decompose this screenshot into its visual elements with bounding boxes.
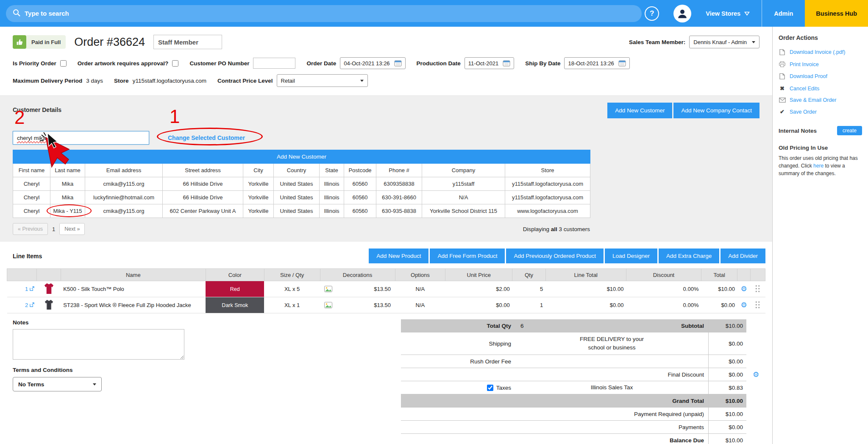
print-invoice-link[interactable]: Print Invoice [779,61,862,67]
add-new-company-contact-button[interactable]: Add New Company Contact [673,103,760,118]
discount-settings-gear-icon[interactable]: ⚙ [753,370,759,379]
staff-member-input[interactable] [153,35,222,49]
load-designer-button[interactable]: Load Designer [605,249,657,263]
production-date-input[interactable]: 11-Oct-2021 [465,57,514,69]
customer-details-section: Customer Details Add New Customer Add Ne… [0,95,772,242]
decorations-cell[interactable]: $13.50 [320,297,395,313]
admin-button[interactable]: Admin [762,0,805,27]
unit-price-cell[interactable]: $2.00 [445,281,512,297]
discount-cell[interactable]: 0.00% [626,297,701,313]
max-delivery-value: 3 days [86,78,103,84]
product-name[interactable]: K500 - Silk Touch™ Polo [61,281,206,297]
col-size-qty: Size / Qty [264,269,320,281]
col-last-name: Last name [50,164,85,177]
line-total-cell: $10.00 [545,281,626,297]
decorations-cell[interactable]: $13.50 [320,281,395,297]
next-page-button[interactable]: Next » [59,223,85,235]
order-actions-sidebar: Order Actions Download Invoice (.pdf) Pr… [772,27,868,444]
payments-label: Payments [679,424,708,430]
row-settings-gear-icon[interactable]: ⚙ [737,281,750,297]
col-state: State [320,164,344,177]
document-icon [779,73,786,80]
search-input[interactable] [25,10,635,17]
customer-po-input[interactable] [253,58,295,69]
line-item-link[interactable]: 1 [7,281,37,297]
contract-price-level-select[interactable]: Retail [277,74,368,87]
line-total-cell: $0.00 [545,297,626,313]
download-invoice-link[interactable]: Download Invoice (.pdf) [779,49,862,56]
previous-page-button[interactable]: « Previous [13,223,48,235]
notes-textarea[interactable] [13,329,184,360]
color-cell[interactable]: Red [206,281,264,297]
thumbs-up-icon [13,35,26,49]
notes-block: Notes Terms and Conditions No Terms [13,319,199,444]
taxes-checkbox[interactable] [487,385,493,391]
search-icon [13,9,20,18]
table-row[interactable]: CherylMika - Y115cmika@y115.org602 Cente… [13,204,590,218]
terms-select[interactable]: No Terms [13,377,102,391]
order-header: Paid in Full Order #36624 Sales Team Mem… [0,27,772,54]
chevron-down-icon [744,11,750,16]
order-date-input[interactable]: 04-Oct-2021 13:26 [340,57,405,69]
product-thumbnail[interactable] [37,297,61,313]
color-cell[interactable]: Dark Smok [206,297,264,313]
sales-team-member-select[interactable]: Dennis Knauf - Admin [689,36,760,48]
artwork-approval-checkbox[interactable] [172,60,178,67]
add-new-product-button[interactable]: Add New Product [369,249,428,263]
save-email-order-link[interactable]: Save & Email Order [779,97,862,103]
final-discount-label: Final Discount [668,371,708,378]
person-icon [677,8,688,19]
order-meta-row: Maximum Delivery Period 3 days Store y11… [0,71,772,95]
row-settings-gear-icon[interactable]: ⚙ [737,297,750,313]
options-cell[interactable]: N/A [395,281,445,297]
unit-price-cell[interactable]: $0.00 [445,297,512,313]
business-hub-button[interactable]: Business Hub [805,0,868,27]
balance-due-value: $10.00 [708,434,746,444]
col-phone: Phone # [376,164,422,177]
size-qty-cell[interactable]: XL x 1 [264,297,320,313]
cancel-edits-link[interactable]: ✖ Cancel Edits [779,85,862,92]
create-internal-note-button[interactable]: create [837,126,862,135]
options-cell[interactable]: N/A [395,297,445,313]
calendar-icon [394,60,402,67]
line-item-row: 2 ST238 - Sport Wick ® Fleece Full Zip H… [7,297,765,313]
notes-label: Notes [13,319,199,326]
calendar-icon [503,60,510,67]
total-cell: $10.00 [701,281,737,297]
col-first-name: First name [13,164,50,177]
payment-required-value: $10.00 [708,408,746,420]
add-extra-charge-button[interactable]: Add Extra Charge [659,249,719,263]
drag-handle[interactable] [750,297,765,313]
global-search[interactable] [6,5,642,22]
ship-by-date-input[interactable]: 18-Oct-2021 13:26 [564,57,629,69]
discount-cell[interactable]: 0.00% [626,281,701,297]
table-row[interactable]: CherylMikaluckyfinnie@hotmail.com66 Hill… [13,191,590,204]
save-order-link[interactable]: ✔ Save Order [779,109,862,115]
subtotal-value: $10.00 [708,319,746,332]
download-proof-link[interactable]: Download Proof [779,73,862,80]
drag-handle[interactable] [750,281,765,297]
avatar[interactable] [673,5,691,22]
customer-table-caption[interactable]: Add New Customer [13,150,590,164]
col-decorations: Decorations [320,269,395,281]
add-previously-ordered-product-button[interactable]: Add Previously Ordered Product [506,249,604,263]
old-pricing-here-link[interactable]: here [813,163,823,169]
customer-search-input[interactable]: cheryl mika [13,131,149,145]
qty-cell[interactable]: 5 [512,281,545,297]
view-stores-button[interactable]: View Stores [706,10,750,17]
decoration-image-icon [324,302,332,308]
change-selected-customer-link[interactable]: Change Selected Customer [168,134,245,141]
size-qty-cell[interactable]: XL x 5 [264,281,320,297]
product-name[interactable]: ST238 - Sport Wick ® Fleece Full Zip Hoo… [61,297,206,313]
add-free-form-product-button[interactable]: Add Free Form Product [430,249,505,263]
help-icon[interactable]: ? [645,6,659,21]
rush-order-fee-value: $0.00 [708,355,746,368]
add-new-customer-button[interactable]: Add New Customer [607,103,672,118]
store-value: y115staff.logofactoryusa.com [133,78,206,84]
qty-cell[interactable]: 1 [512,297,545,313]
table-row[interactable]: CherylMikacmika@y115.org66 Hillside Driv… [13,177,590,191]
line-item-link[interactable]: 2 [7,297,37,313]
add-divider-button[interactable]: Add Divider [721,249,765,263]
priority-order-checkbox[interactable] [60,60,67,67]
product-thumbnail[interactable] [37,281,61,297]
